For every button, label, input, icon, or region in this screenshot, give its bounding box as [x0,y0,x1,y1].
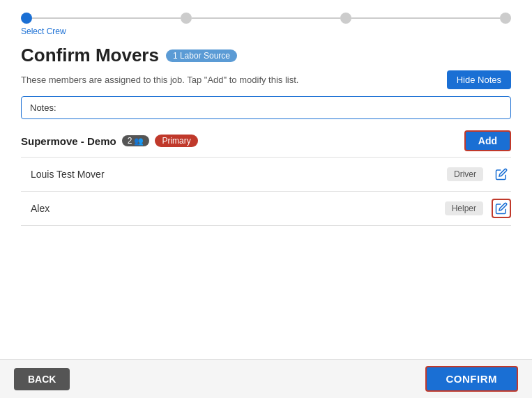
step-label: Select Crew [21,26,511,36]
subtitle-row: These members are assigned to this job. … [21,70,511,89]
table-row: Alex Helper [21,192,511,226]
add-button[interactable]: Add [464,130,511,151]
people-icon: 👥 [134,137,144,146]
section-title-group: Supermove - Demo 2 👥 Primary [21,135,198,147]
back-button[interactable]: BACK [14,368,70,390]
step-1 [21,13,32,24]
footer: BACK CONFIRM [0,359,532,398]
edit-icon-1 [495,168,508,181]
step-3 [340,13,351,24]
confirm-button[interactable]: CONFIRM [425,366,519,392]
section-title: Supermove - Demo [21,135,116,147]
progress-container: Select Crew [0,0,532,36]
page-title: Confirm Movers [21,45,159,66]
step-line-2 [192,17,340,19]
progress-steps [21,13,511,24]
edit-member-1-button[interactable] [492,164,511,184]
step-4 [500,13,511,24]
notes-box: Notes: [21,96,511,119]
labor-source-badge: 1 Labor Source [166,49,237,62]
member-role-1: Driver [447,167,483,181]
edit-icon-2 [495,202,508,215]
step-2 [181,13,192,24]
crew-count-badge: 2 👥 [122,135,150,146]
subtitle-text: These members are assigned to this job. … [21,75,298,85]
table-row: Louis Test Mover Driver [21,158,511,192]
crew-count: 2 [128,136,132,146]
notes-label: Notes: [30,102,56,113]
main-content: Confirm Movers 1 Labor Source These memb… [0,36,532,359]
member-name-2: Alex [21,203,445,214]
member-name-1: Louis Test Mover [21,169,447,180]
step-line-1 [32,17,181,19]
member-list: Louis Test Mover Driver Alex Helper [21,157,511,226]
hide-notes-button[interactable]: Hide Notes [447,70,511,89]
primary-badge: Primary [155,135,197,147]
step-line-3 [351,17,500,19]
section-header: Supermove - Demo 2 👥 Primary Add [21,130,511,151]
member-role-2: Helper [445,201,483,215]
edit-member-2-button[interactable] [492,199,511,218]
title-row: Confirm Movers 1 Labor Source [21,45,511,66]
